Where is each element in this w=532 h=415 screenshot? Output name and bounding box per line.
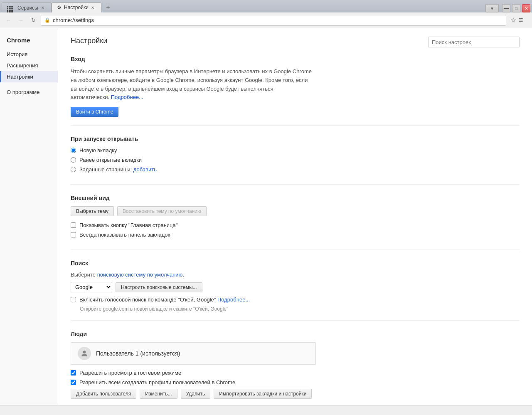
settings-button[interactable]: ≡ xyxy=(519,16,529,25)
login-more-link[interactable]: Подробнее... xyxy=(111,94,143,100)
startup-pages-radio[interactable] xyxy=(71,167,76,172)
settings-content: Настройки Вход Чтобы сохранять личные па… xyxy=(58,28,532,405)
home-btn-option: Показывать кнопку "Главная страница" xyxy=(71,222,520,228)
bookmarks-bar-checkbox[interactable] xyxy=(71,232,76,237)
new-tab-button[interactable]: + xyxy=(103,2,113,12)
voice-search-hint: Откройте google.com в новой вкладке и ск… xyxy=(80,306,520,312)
minimize-button[interactable]: — xyxy=(502,4,510,12)
search-settings-input[interactable] xyxy=(428,37,520,47)
forward-button[interactable]: → xyxy=(16,15,26,25)
lock-icon: 🔒 xyxy=(44,17,50,23)
window-controls: — □ ✕ xyxy=(502,4,530,12)
search-section: Поиск Выберите поисковую систему по умол… xyxy=(71,260,520,321)
delete-user-button[interactable]: Удалить xyxy=(181,389,211,399)
appearance-section-title: Внешний вид xyxy=(71,195,520,201)
sidebar: Chrome История Расширения Настройки О пр… xyxy=(0,28,58,405)
login-button[interactable]: Войти в Chrome xyxy=(71,107,118,117)
startup-pages-option: Заданные страницы: добавить xyxy=(71,166,520,173)
back-button[interactable]: ← xyxy=(3,15,13,25)
people-buttons: Добавить пользователя Изменить... Удалит… xyxy=(71,389,520,399)
startup-new-tab-radio[interactable] xyxy=(71,148,76,153)
home-btn-checkbox[interactable] xyxy=(71,222,76,228)
page-title: Настройки xyxy=(71,37,107,45)
configure-search-button[interactable]: Настроить поисковые системы... xyxy=(116,282,202,292)
settings-tab-icon: ⚙ xyxy=(57,5,62,10)
people-section: Люди Пользователь 1 (используется) Разре… xyxy=(71,331,520,405)
sidebar-item-history[interactable]: История xyxy=(0,49,58,60)
browser-frame: Сервисы ✕ ⚙ Настройки ✕ + ▼ — □ ✕ ← → ↻ … xyxy=(0,0,532,415)
search-section-title: Поиск xyxy=(71,260,520,267)
voice-search-option: Включить голосовой поиск по команде "О'к… xyxy=(71,296,520,303)
content-area: Chrome История Расширения Настройки О пр… xyxy=(0,28,532,405)
login-section-title: Вход xyxy=(71,56,520,62)
appearance-section: Внешний вид Выбрать тему Восстановить те… xyxy=(71,195,520,250)
address-bar[interactable]: 🔒 chrome://settings xyxy=(41,15,506,26)
settings-tab-label: Настройки xyxy=(64,5,89,10)
user-box: Пользователь 1 (используется) xyxy=(71,342,316,365)
create-profiles-option: Разрешить всем создавать профили пользов… xyxy=(71,379,520,385)
tab-bar: Сервисы ✕ ⚙ Настройки ✕ + ▼ — □ ✕ xyxy=(0,0,532,12)
tab-settings[interactable]: ⚙ Настройки ✕ xyxy=(52,2,101,12)
choose-theme-button[interactable]: Выбрать тему xyxy=(71,206,114,216)
nav-bar: ← → ↻ 🔒 chrome://settings ☆ ≡ xyxy=(0,12,532,28)
guest-mode-option: Разрешить просмотр в гостевом режиме xyxy=(71,370,520,376)
user-name: Пользователь 1 (используется) xyxy=(96,350,180,357)
search-engine-dropdown[interactable]: Google xyxy=(71,282,112,292)
settings-header: Настройки xyxy=(71,37,520,47)
startup-section-title: При запуске открывать xyxy=(71,136,520,142)
search-description: Выберите поисковую систему по умолчанию. xyxy=(71,272,520,278)
svg-point-0 xyxy=(83,351,86,354)
services-tab-icon xyxy=(7,3,15,12)
startup-add-link[interactable]: добавить xyxy=(133,166,157,173)
default-search-link[interactable]: поисковую систему по умолчанию xyxy=(97,272,183,278)
login-section: Вход Чтобы сохранять личные параметры бр… xyxy=(71,56,520,126)
startup-prev-tabs-radio[interactable] xyxy=(71,157,76,163)
sidebar-item-extensions[interactable]: Расширения xyxy=(0,60,58,71)
services-tab-label: Сервисы xyxy=(17,5,38,11)
startup-new-tab-option: Новую вкладку xyxy=(71,147,520,153)
address-text: chrome://settings xyxy=(53,17,94,23)
create-profiles-checkbox[interactable] xyxy=(71,380,76,385)
restore-theme-button[interactable]: Восстановить тему по умолчанию xyxy=(117,206,207,216)
bookmark-button[interactable]: ☆ xyxy=(510,16,516,24)
close-button[interactable]: ✕ xyxy=(522,4,530,12)
import-button[interactable]: Импортировать закладки и настройки xyxy=(214,389,312,399)
status-bar xyxy=(0,405,532,415)
maximize-button[interactable]: □ xyxy=(512,4,520,12)
settings-tab-close[interactable]: ✕ xyxy=(89,4,96,11)
tab-services[interactable]: Сервисы ✕ xyxy=(2,2,52,12)
tab-strip-menu[interactable]: ▼ xyxy=(485,4,499,12)
sidebar-item-about[interactable]: О программе xyxy=(0,86,58,98)
user-avatar xyxy=(78,347,91,360)
startup-prev-tabs-option: Ранее открытые вкладки xyxy=(71,157,520,163)
bookmarks-bar-option: Всегда показывать панель закладок xyxy=(71,232,520,238)
startup-section: При запуске открывать Новую вкладку Ране… xyxy=(71,136,520,185)
sidebar-item-settings[interactable]: Настройки xyxy=(0,71,58,82)
reload-button[interactable]: ↻ xyxy=(28,15,38,25)
search-engine-row: Google Настроить поисковые системы... xyxy=(71,282,520,292)
voice-search-checkbox[interactable] xyxy=(71,297,76,302)
edit-user-button[interactable]: Изменить... xyxy=(140,389,177,399)
sidebar-title: Chrome xyxy=(0,35,58,49)
people-section-title: Люди xyxy=(71,331,520,337)
login-description: Чтобы сохранять личные параметры браузер… xyxy=(71,67,312,102)
add-user-button[interactable]: Добавить пользователя xyxy=(71,389,136,399)
guest-mode-checkbox[interactable] xyxy=(71,370,76,375)
services-tab-close[interactable]: ✕ xyxy=(39,5,46,11)
voice-search-link[interactable]: Подробнее... xyxy=(217,296,250,303)
